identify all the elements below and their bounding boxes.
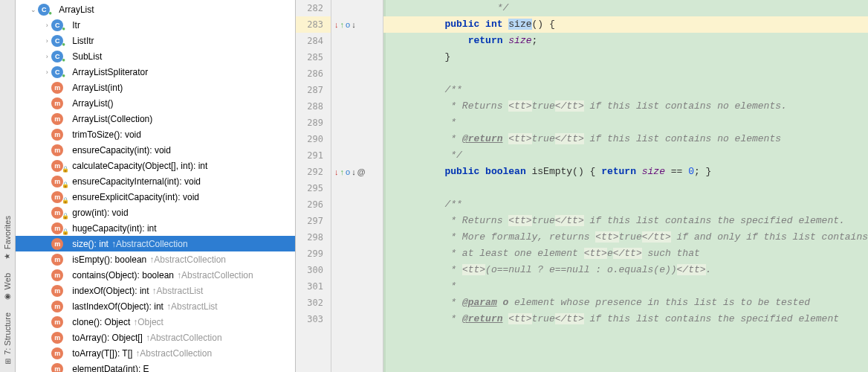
code-line[interactable]: return size; [383, 33, 868, 49]
tree-item-hugecapacity-int---int[interactable]: m🔒hugeCapacity(int): int [16, 220, 295, 236]
line-number[interactable]: 292 [296, 164, 331, 180]
spacer [62, 369, 69, 372]
tree-item-arraylist[interactable]: ⌄C●ArrayList [16, 1, 295, 17]
expand-arrow-icon[interactable]: › [42, 68, 51, 76]
expand-arrow-icon[interactable]: › [42, 37, 51, 45]
line-number[interactable]: 301 [296, 278, 331, 295]
line-number[interactable]: 282 [296, 0, 331, 16]
code-line[interactable]: /** [383, 82, 868, 98]
gutter-marker-row[interactable] [331, 115, 383, 131]
gutter-marker-row[interactable] [331, 311, 383, 327]
toolwindow-web-button[interactable]: ◉Web [1, 267, 13, 307]
line-number[interactable]: 288 [296, 98, 331, 115]
code-line[interactable]: * at least one element <tt>e</tt> such t… [383, 246, 868, 262]
line-number[interactable]: 289 [296, 115, 331, 131]
gutter-marker-row[interactable] [331, 131, 383, 147]
code-line[interactable]: * Returns <tt>true</tt> if this list con… [383, 98, 868, 115]
line-number[interactable]: 302 [296, 295, 331, 311]
gutter-marker-row[interactable] [331, 262, 383, 278]
code-line[interactable]: * Returns <tt>true</tt> if this list con… [383, 213, 868, 229]
tree-item-calculatecapacity-object----int---int[interactable]: m🔒calculateCapacity(Object[], int): int [16, 158, 295, 173]
tree-item-arraylistspliterator[interactable]: ›C●ArrayListSpliterator [16, 64, 295, 80]
tree-item-itr[interactable]: ›C●Itr [16, 17, 295, 33]
code-line[interactable]: * @return <tt>true</tt> if this list con… [383, 311, 868, 327]
line-number[interactable]: 283 [296, 16, 331, 33]
tree-item-arraylist--[interactable]: mArrayList() [16, 95, 295, 111]
tree-item-indexof-object---int[interactable]: mindexOf(Object): int↑AbstractList [16, 283, 295, 298]
toolwindow-structure-button[interactable]: ⊞7: Structure [1, 307, 13, 372]
gutter-marker-row[interactable] [331, 49, 383, 65]
code-line[interactable] [383, 65, 868, 82]
tree-item-contains-object---boolean[interactable]: mcontains(Object): boolean↑AbstractColle… [16, 267, 295, 283]
expand-arrow-icon[interactable]: › [42, 53, 51, 60]
line-number[interactable]: 297 [296, 213, 331, 229]
line-number[interactable]: 285 [296, 49, 331, 65]
inherited-label: ↑AbstractCollection [111, 239, 188, 249]
tree-item-lastindexof-object---int[interactable]: mlastIndexOf(Object): int↑AbstractList [16, 298, 295, 314]
gutter-marker-row[interactable] [331, 196, 383, 213]
expand-arrow-icon[interactable]: › [42, 22, 51, 29]
toolwindow-favorites-button[interactable]: ★Favorites [1, 210, 13, 266]
tree-item-arraylist-int-[interactable]: mArrayList(int) [16, 80, 295, 95]
line-number[interactable]: 298 [296, 229, 331, 246]
spacer [62, 119, 69, 126]
tree-item-ensurecapacity-int---void[interactable]: mensureCapacity(int): void [16, 142, 295, 158]
line-number[interactable]: 287 [296, 82, 331, 98]
gutter-marker-row[interactable] [331, 0, 383, 16]
tree-item-ensurecapacityinternal-int---void[interactable]: m🔒ensureCapacityInternal(int): void [16, 173, 295, 189]
code-line[interactable]: * <tt>(o==null ? e==null : o.equals(e))<… [383, 262, 868, 278]
code-editor[interactable]: 2822832842852862872882892902912922952962… [296, 0, 868, 372]
tree-item-trimtosize----void[interactable]: mtrimToSize(): void [16, 126, 295, 142]
code-line[interactable]: */ [383, 147, 868, 164]
code-line[interactable]: /** [383, 196, 868, 213]
line-number[interactable]: 296 [296, 196, 331, 213]
gutter-marker-row[interactable] [331, 180, 383, 196]
code-line[interactable]: * [383, 115, 868, 131]
line-number[interactable]: 286 [296, 65, 331, 82]
tree-item-sublist[interactable]: ›C●SubList [16, 48, 295, 64]
tree-item-elementdata-int---e[interactable]: melementData(int): E [16, 361, 295, 372]
public-icon: ● [48, 10, 56, 17]
code-line[interactable]: */ [383, 0, 868, 16]
code-line[interactable]: public int size() { [383, 16, 868, 33]
code-area[interactable]: */ public int size() { return size; } /*… [383, 0, 868, 372]
code-line[interactable]: } [383, 49, 868, 65]
line-number[interactable]: 295 [296, 180, 331, 196]
gutter-marker-row[interactable] [331, 229, 383, 246]
gutter-marker-row[interactable]: ↓↑o↓ [331, 16, 383, 33]
code-line[interactable]: * @return <tt>true</tt> if this list con… [383, 131, 868, 147]
expand-arrow-icon[interactable]: ⌄ [29, 6, 38, 13]
gutter-marker-row[interactable] [331, 147, 383, 164]
tree-item-arraylist-collection---extends-e--[interactable]: mArrayList(Collection) [16, 111, 295, 126]
line-number[interactable]: 300 [296, 262, 331, 278]
code-line[interactable]: * More formally, returns <tt>true</tt> i… [383, 229, 868, 246]
tree-item-toarray----object--[interactable]: mtoArray(): Object[]↑AbstractCollection [16, 330, 295, 345]
line-number[interactable]: 284 [296, 33, 331, 49]
tree-item-isempty----boolean[interactable]: misEmpty(): boolean↑AbstractCollection [16, 251, 295, 267]
line-number[interactable]: 290 [296, 131, 331, 147]
line-number[interactable]: 291 [296, 147, 331, 164]
tree-item-ensureexplicitcapacity-int---void[interactable]: m🔒ensureExplicitCapacity(int): void [16, 189, 295, 205]
code-line[interactable]: * @param o element whose presence in thi… [383, 295, 868, 311]
gutter-marker-row[interactable] [331, 295, 383, 311]
tree-item-grow-int---void[interactable]: m🔒grow(int): void [16, 205, 295, 220]
code-line[interactable]: * [383, 278, 868, 295]
inherited-label: ↑AbstractList [152, 286, 204, 296]
tree-item-clone----object[interactable]: mclone(): Object↑Object [16, 314, 295, 330]
code-line[interactable]: public boolean isEmpty() { return size =… [383, 164, 868, 180]
gutter-marker-row[interactable]: ↓↑o↓@ [331, 164, 383, 180]
public-icon: ● [62, 41, 69, 48]
gutter-marker-row[interactable] [331, 246, 383, 262]
line-number[interactable]: 299 [296, 246, 331, 262]
gutter-marker-row[interactable] [331, 213, 383, 229]
tree-item-size----int[interactable]: msize(): int↑AbstractCollection [16, 236, 295, 251]
gutter-marker-row[interactable] [331, 65, 383, 82]
gutter-marker-row[interactable] [331, 278, 383, 295]
tree-item-listitr[interactable]: ›C●ListItr [16, 33, 295, 48]
gutter-marker-row[interactable] [331, 33, 383, 49]
code-line[interactable] [383, 180, 868, 196]
gutter-marker-row[interactable] [331, 82, 383, 98]
gutter-marker-row[interactable] [331, 98, 383, 115]
line-number[interactable]: 303 [296, 311, 331, 327]
tree-item-toarray-t-----t--[interactable]: mtoArray(T[]): T[]↑AbstractCollection [16, 345, 295, 361]
